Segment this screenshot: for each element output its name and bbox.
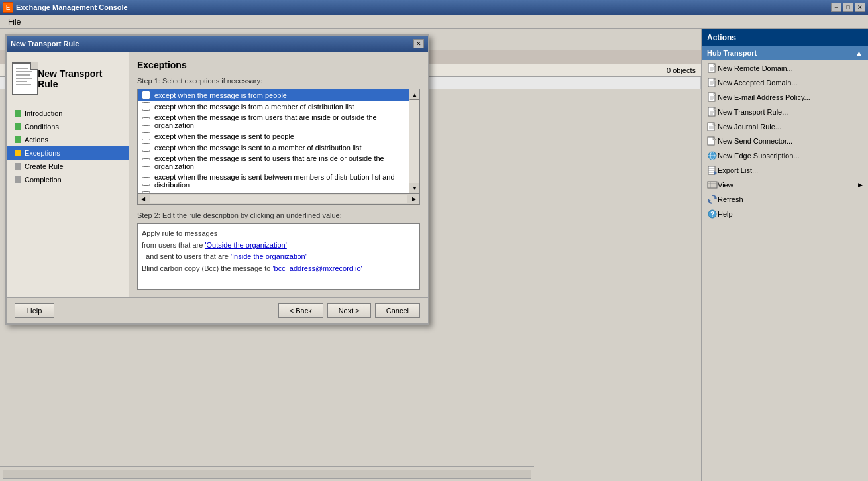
dialog-title-bar: New Transport Rule ✕: [7, 36, 428, 52]
action-new-accepted-domain[interactable]: New Accepted Domain...: [702, 76, 868, 90]
exception-checkbox-1[interactable]: [142, 102, 150, 111]
exceptions-list-scroll-area: except when the message is from people e…: [138, 89, 409, 193]
wizard-title: New Transport Rule: [38, 68, 123, 89]
exception-item-5[interactable]: except when the message is sent to users…: [138, 153, 409, 172]
status-bar: [0, 466, 534, 481]
wizard-step-actions[interactable]: Actions: [7, 133, 129, 146]
step-dot-introduction: [15, 110, 21, 117]
wizard-header-area: New Transport Rule: [7, 57, 129, 101]
step-dot-actions: [15, 136, 21, 143]
view-submenu-arrow: ▶: [858, 182, 863, 188]
close-button[interactable]: ✕: [855, 3, 865, 12]
new-send-connector-icon: [707, 136, 718, 146]
exceptions-list-inner: except when the message is from people e…: [138, 89, 419, 193]
exception-checkbox-2[interactable]: [142, 117, 150, 126]
exception-checkbox-0[interactable]: [142, 91, 150, 99]
section-collapse-icon: ▲: [855, 49, 863, 57]
new-accepted-domain-icon: [707, 78, 718, 88]
title-bar: E Exchange Management Console − □ ✕: [0, 0, 868, 15]
cancel-button[interactable]: Cancel: [375, 303, 420, 318]
wizard-step-conditions[interactable]: Conditions: [7, 120, 129, 133]
wizard-step-introduction[interactable]: Introduction: [7, 107, 129, 120]
maximize-button[interactable]: □: [843, 3, 853, 12]
exception-item-1[interactable]: except when the message is from a member…: [138, 101, 409, 112]
minimize-button[interactable]: −: [831, 3, 841, 12]
scrollbar-track[interactable]: [409, 100, 419, 183]
desc-line-1: from users that are 'Outside the organiz…: [142, 240, 415, 252]
refresh-icon: [707, 194, 718, 205]
wizard-step1-label: Step 1: Select exceptions if necessary:: [137, 77, 420, 85]
new-edge-subscription-icon: [707, 150, 718, 161]
rule-description-box[interactable]: Apply rule to messages from users that a…: [137, 223, 420, 290]
action-new-send-connector[interactable]: New Send Connector...: [702, 134, 868, 148]
exception-checkbox-3[interactable]: [142, 132, 150, 140]
new-email-policy-icon: [707, 92, 718, 103]
wizard-step-completion[interactable]: Completion: [7, 173, 129, 186]
exception-checkbox-6[interactable]: [142, 177, 150, 186]
desc-link-outside[interactable]: 'Outside the organization': [205, 241, 286, 249]
app-icon: E: [3, 2, 13, 13]
right-panel-hub-transport[interactable]: Hub Transport ▲: [702, 46, 868, 60]
action-new-remote-domain[interactable]: New Remote Domain...: [702, 61, 868, 76]
exception-item-4[interactable]: except when the message is sent to a mem…: [138, 142, 409, 153]
help-button[interactable]: Help: [15, 303, 54, 318]
right-panel-items: New Remote Domain... New Accepted Domain…: [702, 60, 868, 223]
new-remote-domain-icon: [707, 63, 718, 74]
exception-checkbox-4[interactable]: [142, 143, 150, 152]
export-list-icon: [707, 165, 718, 176]
wizard-step-create-rule[interactable]: Create Rule: [7, 160, 129, 173]
dialog-new-transport-rule: New Transport Rule ✕: [5, 34, 429, 325]
action-new-edge-subscription[interactable]: New Edge Subscription...: [702, 148, 868, 163]
exception-checkbox-5[interactable]: [142, 158, 150, 167]
status-text: [3, 470, 531, 479]
wizard-main-content: Exceptions Step 1: Select exceptions if …: [129, 52, 428, 297]
svg-text:?: ?: [710, 211, 714, 218]
step-dot-exceptions: [15, 150, 21, 156]
scrollbar-up-arrow[interactable]: ▲: [409, 89, 419, 100]
wizard-step-exceptions[interactable]: Exceptions: [7, 146, 129, 160]
back-button[interactable]: < Back: [278, 303, 323, 318]
step-dot-create-rule: [15, 163, 21, 170]
dialog-overlay: New Transport Rule ✕: [0, 29, 534, 466]
action-refresh[interactable]: Refresh: [702, 192, 868, 207]
right-panel-header: Actions: [702, 29, 868, 46]
action-new-email-address-policy[interactable]: New E-mail Address Policy...: [702, 90, 868, 105]
action-view[interactable]: View ▶: [702, 178, 868, 192]
vertical-scrollbar[interactable]: ▲ ▼: [409, 89, 419, 193]
scrollbar-right-arrow[interactable]: ▶: [409, 194, 419, 205]
exception-item-0[interactable]: except when the message is from people: [138, 89, 409, 101]
exception-item-3[interactable]: except when the message is sent to peopl…: [138, 131, 409, 142]
scrollbar-left-arrow[interactable]: ◀: [138, 194, 148, 205]
menu-bar: File: [0, 15, 868, 29]
window-title: Exchange Management Console: [16, 3, 831, 11]
new-journal-rule-icon: [707, 121, 718, 132]
window-controls: − □ ✕: [831, 3, 865, 12]
wizard-section-title: Exceptions: [137, 60, 420, 70]
content-area: ors Edge Subscriptions Global Settings T…: [0, 29, 701, 481]
action-export-list[interactable]: Export List...: [702, 163, 868, 178]
desc-link-inside[interactable]: 'Inside the organization': [231, 252, 307, 260]
footer-left: Help: [15, 303, 54, 318]
dialog-close-button[interactable]: ✕: [413, 39, 424, 48]
desc-line-2: and sent to users that are 'Inside the o…: [142, 251, 415, 263]
wizard-footer: Help < Back Next > Cancel: [7, 297, 428, 323]
wizard-sidebar: New Transport Rule Introduction Conditio…: [7, 52, 129, 297]
action-new-journal-rule[interactable]: New Journal Rule...: [702, 119, 868, 134]
exception-item-6[interactable]: except when the message is sent between …: [138, 172, 409, 190]
h-scrollbar-track[interactable]: [150, 195, 407, 203]
desc-line-0: Apply rule to messages: [142, 228, 415, 240]
next-button[interactable]: Next >: [327, 303, 371, 318]
desc-link-bcc[interactable]: 'bcc_address@mxrecord.io': [272, 264, 362, 272]
desc-line-3: Blind carbon copy (Bcc) the message to '…: [142, 263, 415, 275]
step-dot-conditions: [15, 123, 21, 130]
menu-file[interactable]: File: [3, 16, 26, 28]
help-icon: ?: [707, 209, 718, 219]
exception-item-2[interactable]: except when the message is from users th…: [138, 112, 409, 131]
dialog-title: New Transport Rule: [11, 40, 413, 48]
right-panel: Actions Hub Transport ▲ New Remote Domai…: [701, 29, 868, 481]
scrollbar-down-arrow[interactable]: ▼: [409, 183, 419, 193]
horizontal-scrollbar[interactable]: ◀ ▶: [138, 193, 419, 204]
action-new-transport-rule[interactable]: New Transport Rule...: [702, 105, 868, 119]
action-help[interactable]: ? Help: [702, 207, 868, 221]
footer-right: < Back Next > Cancel: [278, 303, 420, 318]
